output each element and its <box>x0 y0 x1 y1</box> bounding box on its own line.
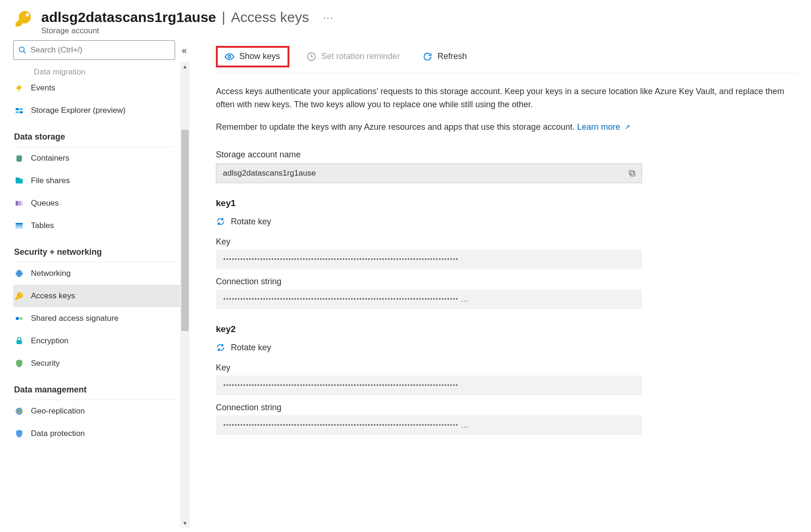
sidebar-scrollbar[interactable]: ▲ ▼ <box>180 62 190 528</box>
sidebar-item-label: File shares <box>31 176 70 185</box>
scroll-up-icon[interactable]: ▲ <box>180 62 190 71</box>
svg-rect-2 <box>16 108 19 110</box>
key-small-icon <box>14 291 24 301</box>
sidebar-item-sas[interactable]: Shared access signature <box>13 307 180 330</box>
svg-line-1 <box>23 51 26 53</box>
sas-icon <box>14 313 24 324</box>
sidebar-item-label: Security <box>31 359 59 368</box>
svg-rect-13 <box>16 225 23 226</box>
svg-point-0 <box>19 47 24 52</box>
key2-conn-value[interactable]: ••••••••••••••••••••••••••••••••••••••••… <box>216 415 642 435</box>
lock-icon <box>14 336 24 346</box>
collapse-sidebar-button[interactable]: « <box>179 45 190 56</box>
sidebar-item-label: Data protection <box>31 429 85 438</box>
svg-rect-9 <box>16 201 18 206</box>
sidebar-item-storage-explorer[interactable]: Storage Explorer (preview) <box>13 99 180 122</box>
svg-rect-8 <box>16 177 20 179</box>
sidebar-item-containers[interactable]: Containers <box>13 147 180 170</box>
set-rotation-reminder-button: Set rotation reminder <box>301 49 406 65</box>
search-input[interactable] <box>30 45 170 55</box>
storage-account-name-field <box>216 163 642 183</box>
svg-rect-5 <box>20 111 23 113</box>
search-icon <box>18 46 27 54</box>
sidebar-item-tables[interactable]: Tables <box>13 214 180 237</box>
key2-key-value[interactable]: ••••••••••••••••••••••••••••••••••••••••… <box>216 376 642 395</box>
page-header: adlsg2datascans1rg1ause | Access keys ··… <box>0 0 811 40</box>
rotate-icon <box>216 343 225 352</box>
sidebar-item-security[interactable]: Security <box>13 352 180 375</box>
sidebar-section-data-mgmt: Data management <box>13 375 176 400</box>
more-menu[interactable]: ··· <box>323 12 334 23</box>
main-content: Show keys Set rotation reminder Refresh … <box>190 40 811 528</box>
rotate-key-label: Rotate key <box>231 217 271 227</box>
refresh-label: Refresh <box>437 52 467 61</box>
svg-point-19 <box>16 408 23 415</box>
key1-key-label: Key <box>216 237 797 247</box>
sidebar-item-geo-replication[interactable]: Geo-replication <box>13 400 180 422</box>
show-keys-button[interactable]: Show keys <box>219 49 286 65</box>
svg-rect-24 <box>629 170 634 175</box>
svg-rect-11 <box>21 201 22 206</box>
toolbar: Show keys Set rotation reminder Refresh <box>216 40 797 73</box>
scroll-thumb[interactable] <box>181 130 189 331</box>
sidebar: « Data migration Events Storage Explorer… <box>0 40 190 528</box>
rotate-key2-button[interactable]: Rotate key <box>216 343 797 353</box>
clock-icon <box>306 52 317 62</box>
shield2-icon <box>14 429 24 439</box>
sidebar-item-access-keys[interactable]: Access keys <box>13 285 180 307</box>
svg-point-21 <box>228 55 231 58</box>
sidebar-item-cut[interactable]: Data migration <box>13 66 190 77</box>
svg-point-17 <box>20 317 23 320</box>
sidebar-item-events[interactable]: Events <box>13 77 180 99</box>
refresh-button[interactable]: Refresh <box>417 49 472 65</box>
svg-rect-23 <box>631 172 635 176</box>
key1-heading: key1 <box>216 198 797 208</box>
svg-rect-3 <box>20 108 23 110</box>
storage-account-name-input[interactable] <box>216 169 623 178</box>
key2-conn-label: Connection string <box>216 403 797 413</box>
sidebar-item-queues[interactable]: Queues <box>13 192 180 214</box>
sidebar-item-label: Shared access signature <box>31 314 118 323</box>
svg-rect-14 <box>16 227 23 229</box>
storage-explorer-icon <box>14 105 24 116</box>
storage-account-name-label: Storage account name <box>216 150 797 160</box>
rotate-key1-button[interactable]: Rotate key <box>216 217 797 227</box>
containers-icon <box>14 153 24 163</box>
lightning-icon <box>14 83 24 93</box>
svg-rect-18 <box>16 340 22 344</box>
sidebar-item-file-shares[interactable]: File shares <box>13 170 180 192</box>
shield-icon <box>14 358 24 369</box>
sidebar-item-label: Events <box>31 83 55 93</box>
sidebar-item-label: Queues <box>31 199 59 208</box>
file-shares-icon <box>14 176 24 186</box>
resource-type: Storage account <box>41 26 334 36</box>
page-title: Access keys <box>231 9 309 25</box>
description-p1: Access keys authenticate your applicatio… <box>216 85 792 111</box>
scroll-down-icon[interactable]: ▼ <box>180 518 190 528</box>
sidebar-item-data-protection[interactable]: Data protection <box>13 422 180 445</box>
learn-more-label: Learn more <box>577 122 620 132</box>
svg-rect-4 <box>16 111 19 113</box>
sidebar-search[interactable] <box>13 40 175 60</box>
learn-more-link[interactable]: Learn more ↗ <box>577 122 630 132</box>
highlight-show-keys: Show keys <box>216 46 289 67</box>
rotation-reminder-label: Set rotation reminder <box>321 52 400 61</box>
svg-rect-12 <box>16 223 23 224</box>
resource-name: adlsg2datascans1rg1ause <box>41 9 216 25</box>
globe2-icon <box>14 406 24 416</box>
copy-button[interactable] <box>623 169 641 177</box>
copy-icon <box>628 169 636 177</box>
sidebar-item-label: Access keys <box>31 291 75 301</box>
description-p2-text: Remember to update the keys with any Azu… <box>216 122 577 132</box>
sidebar-section-security: Security + networking <box>13 237 176 262</box>
key1-conn-label: Connection string <box>216 277 797 287</box>
key1-conn-value[interactable]: ••••••••••••••••••••••••••••••••••••••••… <box>216 289 642 309</box>
key-icon <box>14 9 33 28</box>
eye-icon <box>224 52 235 62</box>
sidebar-section-data-storage: Data storage <box>13 122 176 147</box>
key1-key-value[interactable]: ••••••••••••••••••••••••••••••••••••••••… <box>216 250 642 269</box>
title-separator: | <box>222 9 226 25</box>
sidebar-item-encryption[interactable]: Encryption <box>13 330 180 352</box>
sidebar-item-networking[interactable]: Networking <box>13 262 180 285</box>
sidebar-item-label: Tables <box>31 221 54 230</box>
